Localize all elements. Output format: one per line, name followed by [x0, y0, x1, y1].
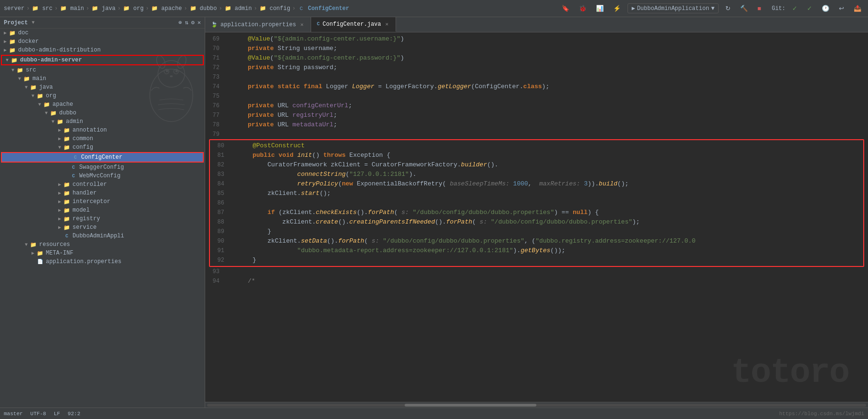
code-line-69: 69 @Value("${admin.config-center.usernam… — [205, 34, 868, 44]
class-icon: C — [70, 172, 77, 180]
stop-button[interactable]: ■ — [754, 4, 764, 13]
tree-item-interceptor[interactable]: ▶ 📁 interceptor — [0, 197, 205, 206]
git-checkmark2-button[interactable]: ✓ — [804, 4, 815, 13]
build-button[interactable]: 🔨 — [737, 4, 751, 13]
horizontal-scrollbar[interactable] — [205, 402, 868, 408]
breadcrumb-icon-config: 📁 — [259, 5, 267, 12]
tree-item-handler[interactable]: ▶ 📁 handler — [0, 189, 205, 197]
tree-label: org — [46, 92, 56, 99]
line-content: zkClient.setData().forPath( s: "/dubbo/c… — [236, 236, 863, 246]
tree-item-src[interactable]: ▼ 📁 src — [0, 66, 205, 74]
code-line-87: 87 if (zkClient.checkExists().forPath( s… — [210, 208, 863, 217]
breadcrumb-icon-main: 📁 — [60, 5, 67, 12]
tree-item-config[interactable]: ▼ 📁 config — [0, 143, 205, 152]
sidebar-header: Project ▼ ⊕ ⇅ ⚙ ✕ — [0, 17, 205, 29]
tree-label: docker — [18, 38, 39, 45]
tree-item-registry[interactable]: ▶ 📁 registry — [0, 215, 205, 223]
tree-item-common[interactable]: ▶ 📁 common — [0, 134, 205, 143]
bookmark-button[interactable]: 🔖 — [559, 4, 572, 13]
tree-item-distribution[interactable]: ▶ 📁 dubbo-admin-distribution — [0, 46, 205, 54]
tree-arrow: ▶ — [56, 136, 63, 142]
tab-close-button[interactable]: ✕ — [299, 21, 305, 28]
tree-item-apache[interactable]: ▼ 📁 apache — [0, 100, 205, 109]
code-line-70: 70 private String username; — [205, 44, 868, 53]
tree-arrow: ▶ — [56, 199, 63, 204]
tab-application-properties[interactable]: 🍃 application.properties ✕ — [205, 17, 311, 32]
tree-item-model[interactable]: ▶ 📁 model — [0, 206, 205, 215]
profile-button[interactable]: ⚡ — [610, 4, 624, 13]
line-content: public void init() throws Exception { — [236, 151, 863, 160]
tree-item-swaggerconfig[interactable]: C SwaggerConfig — [0, 163, 205, 172]
tree-arrow: ▼ — [30, 93, 36, 99]
tree-arrow: ▼ — [10, 68, 16, 73]
tree-item-dubbo[interactable]: ▼ 📁 dubbo — [0, 109, 205, 117]
git-rollback-button[interactable]: ↩ — [836, 4, 847, 13]
tree-item-webmvcconfig[interactable]: C WebMvcConfig — [0, 172, 205, 180]
breadcrumb-main: main — [70, 5, 84, 12]
class-icon: C — [63, 232, 71, 240]
tree-item-application-properties[interactable]: 📄 application.properties — [0, 257, 205, 266]
git-history-button[interactable]: 🕐 — [819, 4, 832, 13]
tree-item-main[interactable]: ▼ 📁 main — [0, 74, 205, 83]
tab-configcenter-java[interactable]: C ConfigCenter.java ✕ — [311, 17, 396, 32]
settings-icon[interactable]: ⚙ — [191, 19, 195, 26]
tree-item-resources[interactable]: ▼ 📁 resources — [0, 240, 205, 249]
line-content: "dubbo.metadata-report.address=zookeeper… — [236, 246, 863, 255]
tree-item-controller[interactable]: ▶ 📁 controller — [0, 180, 205, 189]
folder-icon: 📁 — [63, 189, 71, 197]
tree-item-annotation[interactable]: ▶ 📁 annotation — [0, 126, 205, 134]
tree-arrow: ▼ — [23, 85, 30, 90]
code-editor[interactable]: totoro 69 @Value("${admin.config-center.… — [205, 32, 868, 402]
tree-arrow: ▼ — [43, 111, 50, 116]
folder-icon: 📁 — [63, 224, 71, 231]
breadcrumb-src: src — [42, 5, 52, 12]
git-checkmark1-button[interactable]: ✓ — [789, 4, 800, 13]
close-icon[interactable]: ✕ — [198, 19, 201, 26]
line-content: zkClient.start(); — [236, 189, 863, 198]
code-line-85: 85 zkClient.start(); — [210, 189, 863, 198]
line-content: /* — [231, 276, 868, 286]
properties-icon: 🍃 — [211, 21, 218, 28]
add-icon[interactable]: ⊕ — [178, 19, 182, 26]
line-number: 80 — [210, 141, 232, 151]
tree-item-dubboadminapplication[interactable]: C DubboAdminAppli — [0, 232, 205, 240]
line-content — [231, 92, 868, 101]
line-content — [231, 72, 868, 82]
git-label: Git: — [772, 5, 785, 12]
tree-item-docker[interactable]: ▶ 📁 docker — [0, 37, 205, 46]
tree-item-configcenter[interactable]: C ConfigCenter — [1, 152, 204, 163]
line-number: 87 — [210, 208, 232, 217]
tree-item-doc[interactable]: ▶ 📁 doc — [0, 29, 205, 37]
bottom-url: https://blog.csdn.ms/lwjmdi — [779, 411, 864, 417]
tree-item-admin[interactable]: ▼ 📁 admin — [0, 117, 205, 126]
tree-arrow: ▼ — [50, 119, 56, 124]
line-content: connectString("127.0.0.1:2181"). — [236, 170, 863, 179]
tab-close-button[interactable]: ✕ — [384, 20, 390, 28]
breadcrumb-org: org — [133, 5, 144, 12]
sidebar-header-icons: ⊕ ⇅ ⚙ ✕ — [178, 19, 201, 26]
tree-label: DubboAdminAppli — [73, 233, 124, 239]
run-config-selector[interactable]: ▶ DubboAdminApplication ▼ — [627, 3, 719, 13]
coverage-button[interactable]: 📊 — [593, 4, 607, 13]
breadcrumb-apache: apache — [161, 5, 182, 12]
sync-icon[interactable]: ⇅ — [185, 19, 188, 26]
git-push-button[interactable]: 📤 — [851, 4, 864, 13]
debug-button[interactable]: 🐞 — [576, 4, 589, 13]
scrollbar-thumb[interactable] — [405, 404, 536, 407]
tree-label: META-INF — [46, 250, 73, 256]
tree-label: handler — [73, 190, 96, 196]
tree-item-org[interactable]: ▼ 📁 org — [0, 92, 205, 100]
folder-icon: 📁 — [16, 66, 24, 74]
tree-item-server[interactable]: ▼ 📁 dubbo-admin-server — [1, 55, 204, 65]
tree-label: controller — [73, 181, 107, 188]
tree-item-service[interactable]: ▶ 📁 service — [0, 223, 205, 232]
refresh-button[interactable]: ↻ — [722, 4, 733, 13]
tree-arrow: ▶ — [2, 47, 9, 53]
code-line-86: 86 — [210, 198, 863, 208]
tree-item-meta-inf[interactable]: ▶ 📁 META-INF — [0, 249, 205, 257]
tree-label: src — [26, 67, 36, 73]
breadcrumb-icon-configcenter: C — [297, 5, 305, 12]
breadcrumb-admin: admin — [235, 5, 252, 12]
tab-label: application.properties — [220, 21, 296, 28]
tree-item-java[interactable]: ▼ 📁 java — [0, 83, 205, 92]
